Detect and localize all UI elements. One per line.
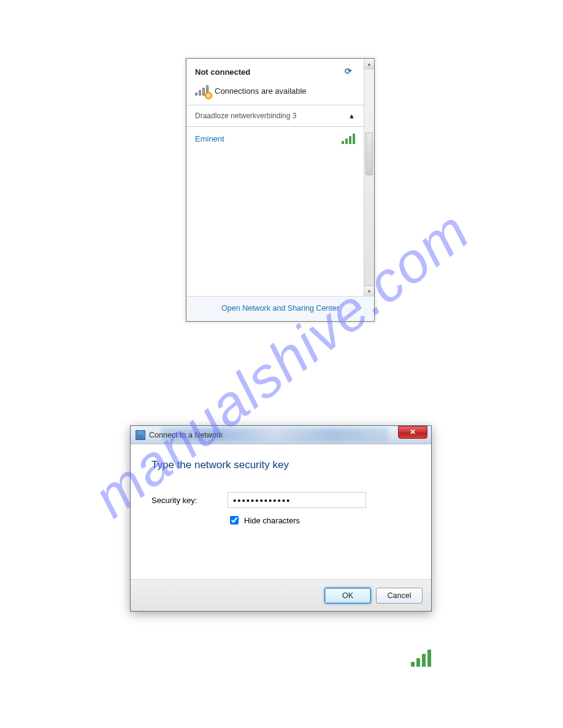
signal-strength-icon [342, 133, 355, 144]
scroll-up-arrow-icon[interactable]: ▲ [364, 59, 374, 69]
dialog-title-text: Connect to a Network [149, 431, 398, 439]
flyout-scrollbar[interactable]: ▲ ▼ [364, 59, 374, 296]
flyout-body: Not connected ⟳ Connections are availabl… [186, 59, 374, 296]
dialog-headline: Type the network security key [151, 459, 410, 471]
flyout-list: Not connected ⟳ Connections are availabl… [186, 59, 364, 296]
close-button[interactable]: ✕ [398, 426, 427, 439]
scroll-thumb[interactable] [366, 132, 373, 175]
network-name-label: Eminent [195, 134, 342, 143]
cancel-button-label: Cancel [388, 591, 412, 600]
hide-characters-checkbox[interactable] [230, 516, 239, 525]
security-key-input[interactable] [228, 492, 366, 508]
security-key-label: Security key: [151, 496, 228, 505]
refresh-icon[interactable]: ⟳ [342, 66, 355, 77]
collapse-chevron-icon: ▲ [348, 112, 355, 119]
connect-network-dialog: Connect to a Network ✕ Type the network … [130, 425, 432, 612]
dialog-footer: OK Cancel [131, 579, 431, 611]
cancel-button[interactable]: Cancel [376, 588, 423, 604]
ok-button-label: OK [342, 591, 353, 600]
connection-status-row: Not connected ⟳ [186, 61, 364, 82]
hide-characters-row[interactable]: Hide characters [228, 514, 410, 526]
dialog-titlebar[interactable]: Connect to a Network ✕ [131, 426, 431, 444]
hide-characters-label: Hide characters [244, 516, 300, 525]
flyout-footer-link[interactable]: Open Network and Sharing Center [186, 296, 374, 321]
adapter-name-label: Draadloze netwerkverbinding 3 [195, 112, 348, 120]
connections-available-label: Connections are available [215, 86, 355, 96]
adapter-header-row[interactable]: Draadloze netwerkverbinding 3 ▲ [186, 105, 364, 127]
dialog-title-icon [136, 430, 145, 440]
scroll-down-arrow-icon[interactable]: ▼ [364, 286, 374, 296]
dialog-body: Type the network security key Security k… [131, 444, 431, 579]
ok-button[interactable]: OK [324, 588, 371, 604]
connection-status-label: Not connected [195, 67, 342, 77]
security-key-row: Security key: [151, 492, 410, 508]
connections-available-row: Connections are available [186, 82, 364, 105]
wireless-flyout-window: Not connected ⟳ Connections are availabl… [186, 58, 375, 322]
open-network-center-label: Open Network and Sharing Center [221, 304, 339, 313]
network-item-row[interactable]: Eminent [186, 127, 364, 150]
standalone-signal-icon [411, 650, 431, 669]
close-icon: ✕ [410, 428, 416, 436]
signal-warning-icon [195, 85, 209, 97]
